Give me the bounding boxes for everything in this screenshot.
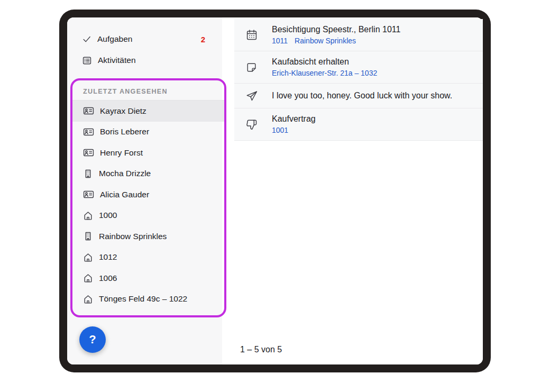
- activity-title: Besichtigung Speestr., Berlin 1011: [272, 24, 400, 35]
- house-icon: [83, 211, 93, 221]
- building-icon: [83, 169, 93, 179]
- activity-link[interactable]: Rainbow Sprinkles: [295, 35, 356, 46]
- sidebar-item-aktivitaeten[interactable]: Aktivitäten: [67, 50, 222, 71]
- activity-row[interactable]: Besichtigung Speestr., Berlin 1011 1011 …: [234, 19, 483, 51]
- house-icon: [83, 252, 93, 262]
- sidebar-nav: Aufgaben 2 Aktivitäten: [67, 17, 222, 71]
- recent-item-label: Alicia Gauder: [100, 190, 149, 199]
- check-icon: [82, 34, 91, 44]
- activity-link[interactable]: 1001: [272, 125, 288, 135]
- activity-title: I love you too, honey. Good luck with yo…: [272, 90, 452, 102]
- activity-row-body: Besichtigung Speestr., Berlin 1011 1011 …: [272, 24, 400, 46]
- recent-item-label: 1006: [99, 274, 117, 283]
- list-icon: [82, 56, 92, 66]
- activity-row[interactable]: I love you too, honey. Good luck with yo…: [234, 84, 483, 108]
- recent-section-highlight: ZULETZT ANGESEHEN Kayrax Dietz: [70, 78, 226, 317]
- activity-row[interactable]: Kaufvertrag 1001: [234, 108, 483, 141]
- activity-title: Kaufabsicht erhalten: [272, 56, 377, 68]
- contact-card-icon: [83, 127, 94, 137]
- pagination-label: 1 – 5 von 5: [240, 345, 282, 354]
- thumbs-down-icon: [234, 118, 272, 131]
- recent-item[interactable]: 1012: [72, 247, 224, 268]
- recent-item-label: Mocha Drizzle: [99, 169, 151, 178]
- contact-card-icon: [83, 189, 94, 199]
- activity-panel: Besichtigung Speestr., Berlin 1011 1011 …: [222, 17, 483, 364]
- recent-item-label: 1012: [99, 252, 117, 262]
- contact-card-icon: [83, 148, 94, 158]
- calendar-icon: [234, 29, 272, 41]
- house-icon: [83, 294, 93, 304]
- send-icon: [234, 89, 272, 102]
- building-icon: [83, 231, 93, 241]
- activity-rows: Besichtigung Speestr., Berlin 1011 1011 …: [234, 19, 483, 141]
- activity-link[interactable]: 1011: [272, 35, 288, 46]
- recent-item-label: 1000: [99, 211, 117, 220]
- recent-item[interactable]: Kayrax Dietz: [72, 101, 224, 122]
- screenshot-stage: Aufgaben 2 Aktivitäten: [0, 0, 550, 392]
- activity-row[interactable]: Kaufabsicht erhalten Erich-Klausener-Str…: [234, 51, 483, 84]
- recent-item[interactable]: Tönges Feld 49c – 1022: [72, 289, 224, 310]
- activity-row-body: Kaufvertrag 1001: [272, 113, 316, 135]
- activity-links: 1001: [272, 125, 316, 135]
- sidebar: Aufgaben 2 Aktivitäten: [67, 17, 222, 364]
- activity-links: Erich-Klausener-Str. 21a – 1032: [272, 68, 377, 78]
- recent-section-title: ZULETZT ANGESEHEN: [72, 80, 224, 101]
- contact-card-icon: [83, 106, 94, 116]
- recent-item[interactable]: Rainbow Sprinkles: [72, 226, 224, 247]
- recent-item-label: Tönges Feld 49c – 1022: [99, 294, 187, 304]
- activity-links: 1011 Rainbow Sprinkles: [272, 35, 400, 46]
- sidebar-item-label: Aktivitäten: [98, 56, 136, 65]
- recent-item-label: Henry Forst: [100, 148, 143, 158]
- recent-item[interactable]: 1000: [72, 205, 224, 226]
- recent-item[interactable]: 1006: [72, 268, 224, 289]
- recent-item-label: Kayrax Dietz: [100, 106, 146, 116]
- house-icon: [83, 273, 93, 283]
- activity-link[interactable]: Erich-Klausener-Str. 21a – 1032: [272, 68, 377, 78]
- activity-title: Kaufvertrag: [272, 113, 316, 125]
- sidebar-item-aufgaben[interactable]: Aufgaben 2: [67, 29, 222, 50]
- recent-item-label: Rainbow Sprinkles: [99, 232, 167, 241]
- app-window-frame: Aufgaben 2 Aktivitäten: [59, 10, 491, 372]
- recent-item[interactable]: Boris Leberer: [72, 122, 224, 143]
- recent-item-label: Boris Leberer: [100, 127, 149, 136]
- help-button[interactable]: ?: [79, 326, 106, 353]
- sidebar-item-label: Aufgaben: [97, 34, 132, 44]
- note-icon: [234, 61, 272, 74]
- recent-item[interactable]: Mocha Drizzle: [72, 163, 224, 185]
- recent-item[interactable]: Alicia Gauder: [72, 184, 224, 205]
- tasks-count-badge: 2: [201, 35, 205, 44]
- recent-item[interactable]: Henry Forst: [72, 142, 224, 163]
- activity-row-body: I love you too, honey. Good luck with yo…: [272, 90, 452, 102]
- activity-row-body: Kaufabsicht erhalten Erich-Klausener-Str…: [272, 56, 377, 78]
- app-window: Aufgaben 2 Aktivitäten: [67, 17, 483, 364]
